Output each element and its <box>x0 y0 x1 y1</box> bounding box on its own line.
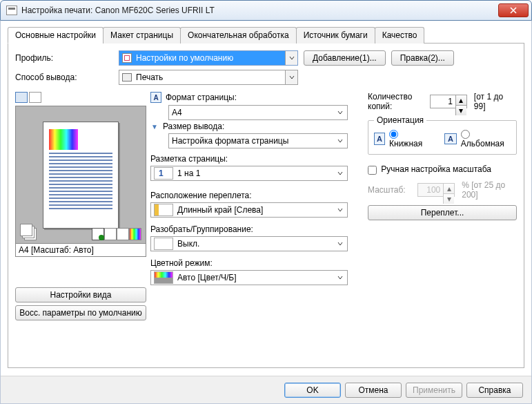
dialog-footer: OK Отмена Применить Справка <box>1 376 531 403</box>
output-size-combo[interactable]: Настройка формата страницы <box>168 133 348 148</box>
profile-icon <box>122 53 132 63</box>
profile-label: Профиль: <box>15 53 119 63</box>
scale-input <box>418 184 443 196</box>
chevron-down-icon <box>335 204 346 215</box>
light-mode-icon[interactable] <box>117 228 129 240</box>
tab-quality[interactable]: Качество <box>375 27 425 44</box>
portrait-radio[interactable]: Книжная <box>389 129 430 148</box>
tab-paper-source[interactable]: Источник бумаги <box>296 27 375 44</box>
tab-layout[interactable]: Макет страницы <box>103 27 181 44</box>
stack-icon <box>20 224 38 240</box>
color-mode-combo[interactable]: Авто [Цвет/Ч/Б] <box>150 270 348 285</box>
page-size-label: Формат страницы: <box>166 93 237 102</box>
apply-button: Применить <box>406 383 462 398</box>
copies-label: Количество копий: <box>368 92 423 111</box>
spin-down-icon: ▾ <box>443 194 454 204</box>
restore-defaults-button[interactable]: Восс. параметры по умолчанию <box>15 305 146 320</box>
binding-button[interactable]: Переплет... <box>368 205 517 220</box>
add-profile-button[interactable]: Добавление(1)... <box>304 50 386 66</box>
collate-label: Разобрать/Группирование: <box>150 224 355 234</box>
page-layout-combo[interactable]: 1 на 1 <box>150 166 348 181</box>
help-button[interactable]: Справка <box>466 383 523 398</box>
portrait-icon: A <box>374 133 385 145</box>
printer-icon <box>6 6 17 15</box>
chevron-down-icon <box>285 70 297 84</box>
tab-bar: Основные настройки Макет страницы Оконча… <box>8 26 524 44</box>
arrow-down-icon: ▼ <box>150 123 159 131</box>
output-method-label: Способ вывода: <box>15 73 119 82</box>
output-method-value: Печать <box>136 73 163 82</box>
page-layout-label: Разметка страницы: <box>150 154 355 164</box>
scale-range: % [от 25 до 200] <box>462 180 517 200</box>
tab-basic[interactable]: Основные настройки <box>8 27 104 44</box>
binding-icon <box>154 204 173 216</box>
gray-mode-icon[interactable] <box>104 228 117 240</box>
profile-value: Настройки по умолчанию <box>136 53 233 63</box>
output-method-combo[interactable]: Печать <box>119 70 298 85</box>
layout-icon <box>154 167 173 180</box>
spin-up-icon: ▴ <box>443 184 454 194</box>
titlebar: Настройка печати: Canon MF620C Series UF… <box>0 0 532 21</box>
page-size-icon <box>150 92 161 103</box>
chevron-down-icon <box>285 51 297 65</box>
copies-input[interactable] <box>431 95 455 108</box>
window-title: Настройка печати: Canon MF620C Series UF… <box>21 6 215 15</box>
scale-spinner: ▴▾ <box>417 183 455 197</box>
ok-button[interactable]: OK <box>284 383 341 398</box>
color-mode-label: Цветной режим: <box>150 258 355 268</box>
preview-mode-2[interactable] <box>29 92 41 103</box>
chevron-down-icon <box>335 168 346 179</box>
manual-scale-checkbox[interactable]: Ручная настройка масштаба <box>368 164 491 174</box>
chevron-down-icon <box>335 107 346 118</box>
landscape-radio[interactable]: Альбомная <box>461 129 511 148</box>
copies-spinner[interactable]: ▴▾ <box>430 95 467 108</box>
page-size-combo[interactable]: A4 <box>168 105 348 120</box>
preview-caption: A4 [Масштаб: Авто] <box>15 244 146 257</box>
close-button[interactable] <box>498 3 529 17</box>
view-settings-button[interactable]: Настройки вида <box>15 287 146 302</box>
binding-location-label: Расположение переплета: <box>150 191 355 200</box>
chevron-down-icon <box>335 238 346 249</box>
collate-combo[interactable]: Выкл. <box>150 236 348 251</box>
scale-label: Масштаб: <box>368 185 411 195</box>
spin-down-icon[interactable]: ▾ <box>455 106 466 115</box>
binding-location-combo[interactable]: Длинный край [Слева] <box>150 202 348 218</box>
spin-up-icon[interactable]: ▴ <box>455 95 466 106</box>
copies-range: [от 1 до 99] <box>474 92 517 111</box>
page-preview <box>15 106 146 244</box>
color-icon <box>154 271 173 284</box>
orientation-legend: Ориентация <box>374 115 426 125</box>
output-size-label: Размер вывода: <box>163 122 224 131</box>
profile-combo[interactable]: Настройки по умолчанию <box>119 50 298 66</box>
edit-profile-button[interactable]: Правка(2)... <box>391 50 454 66</box>
landscape-icon: A <box>444 133 457 144</box>
chevron-down-icon <box>335 135 346 146</box>
orientation-group: Ориентация A Книжная A Альбомная <box>368 115 517 155</box>
bw-mode-icon[interactable] <box>92 228 104 240</box>
printer-icon <box>122 73 132 81</box>
tab-finishing[interactable]: Окончательная обработка <box>180 27 297 44</box>
color-mode-icon[interactable] <box>129 228 141 240</box>
preview-mode-1[interactable] <box>15 92 28 103</box>
collate-icon <box>154 238 173 250</box>
chevron-down-icon <box>335 272 346 283</box>
cancel-button[interactable]: Отмена <box>345 383 402 398</box>
